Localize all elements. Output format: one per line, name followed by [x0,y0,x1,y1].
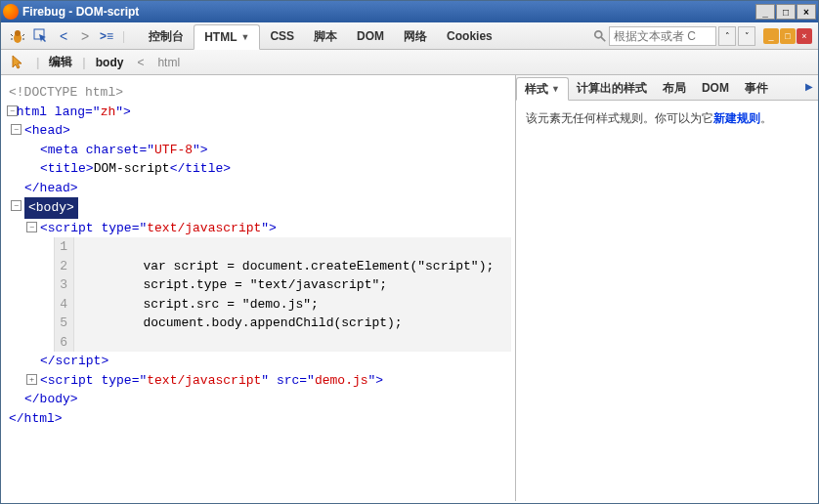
code-text [74,333,82,353]
play-icon[interactable]: ▶ [802,79,816,93]
no-rules-suffix: 。 [760,111,772,125]
tag-name: /head [32,181,70,195]
html-tree-panel[interactable]: <!DOCTYPE html> − <html lang="zh"> − <he… [1,75,515,501]
head-node[interactable]: − <head> <meta charset="UTF-8"> <title>D… [9,121,511,197]
search-next-button[interactable]: ˅ [738,26,755,46]
attr-value: zh [101,105,116,119]
code-line[interactable]: 1 [55,237,511,257]
tag-name: html [17,105,47,119]
code-text: var script = document.createElement("scr… [74,257,494,276]
code-line[interactable]: 6 [55,333,511,353]
line-number: 5 [55,314,74,333]
html-node[interactable]: − <html lang="zh"> − <head> <meta charse… [5,103,511,429]
title-node[interactable]: <title>DOM-script</title> [24,159,511,179]
edit-button[interactable]: 编辑 [45,52,76,72]
tag-name: title [48,161,86,176]
breadcrumb-html[interactable]: html [153,54,184,71]
tab-console[interactable]: 控制台 [139,23,194,49]
chevron-down-icon: ▼ [240,32,249,42]
text-content: DOM-script [94,161,170,176]
attr-value: demo.js [315,373,368,388]
tab-script[interactable]: 脚本 [304,23,347,49]
forward-button[interactable]: > [75,26,95,46]
tab-dom[interactable]: DOM [347,23,394,49]
svg-point-1 [15,30,21,36]
tag-name: /script [48,354,102,368]
svg-line-3 [22,34,24,36]
code-line[interactable]: 5 document.body.appendChild(script); [55,314,511,333]
expand-icon[interactable]: + [26,374,37,385]
tab-side-dom[interactable]: DOM [694,76,737,100]
tag-name: title [185,161,223,176]
code-line[interactable]: 2 var script = document.createElement("s… [55,257,511,276]
attr-value: UTF-8 [154,143,193,157]
line-number: 4 [55,295,74,315]
search-icon [593,29,607,43]
code-text: script.src = "demo.js"; [74,295,319,315]
tab-html[interactable]: HTML ▼ [194,24,260,50]
side-panel: 样式 ▼ 计算出的样式 布局 DOM 事件 ▶ 该元素无任何样式规则。你可以为它… [515,75,818,501]
code-line[interactable]: 4 script.src = "demo.js"; [55,295,511,315]
collapse-icon[interactable]: − [11,124,22,135]
meta-node[interactable]: <meta charset="UTF-8"> [24,141,511,160]
selected-element[interactable]: <body> [24,197,78,219]
script-node-2[interactable]: + <script type="text/javascript" src="de… [24,371,511,391]
tab-style-label: 样式 [525,81,548,98]
separator: | [122,29,125,43]
line-number: 2 [55,257,74,276]
main-toolbar: < > >≡ | 控制台 HTML ▼ CSS 脚本 DOM 网络 Cookie… [1,22,818,50]
collapse-icon[interactable]: − [11,200,22,211]
main-tabs: 控制台 HTML ▼ CSS 脚本 DOM 网络 Cookies [139,22,502,49]
style-panel-body: 该元素无任何样式规则。你可以为它新建规则。 [516,101,818,137]
attr-name: src [277,373,299,388]
svg-point-7 [595,30,602,37]
tab-css[interactable]: CSS [260,23,304,49]
search-input[interactable] [609,26,716,46]
svg-line-8 [601,36,605,40]
tab-computed[interactable]: 计算出的样式 [569,76,655,100]
panel-close-button[interactable]: × [797,28,812,44]
html-subbar: | 编辑 | body < html [1,50,818,75]
attr-name: charset [86,143,140,157]
window-minimize-button[interactable]: _ [755,4,775,20]
breadcrumb-sep: < [133,54,148,71]
firefox-icon [3,4,19,20]
code-block: 1 2 var script = document.createElement(… [54,237,511,352]
script-node[interactable]: − <script type="text/javascript"> 1 2 va… [24,219,511,371]
attr-name: type [101,373,131,388]
doctype-node[interactable]: <!DOCTYPE html> [5,83,511,103]
code-text: document.body.appendChild(script); [74,314,403,333]
firebug-menu-button[interactable] [7,26,28,46]
code-line[interactable]: 3 script.type = "text/javascript"; [55,275,511,295]
doctype-text: <!DOCTYPE html> [9,85,123,100]
search-prev-button[interactable]: ˄ [718,26,736,46]
no-rules-text: 该元素无任何样式规则。你可以为它 [526,111,713,125]
tag-name: /body [32,392,70,406]
new-rule-link[interactable]: 新建规则 [713,111,760,125]
breadcrumb-body[interactable]: body [92,54,128,71]
tab-layout[interactable]: 布局 [655,76,694,100]
collapse-icon[interactable]: − [7,105,18,116]
tab-net[interactable]: 网络 [394,23,437,49]
svg-line-2 [11,34,13,36]
body-node[interactable]: − <body> − <script type="text/javascript… [9,197,511,409]
code-text: script.type = "text/javascript"; [74,275,387,295]
inspect-button[interactable] [30,26,52,46]
tab-cookies[interactable]: Cookies [437,23,502,49]
pointer-icon[interactable] [7,53,30,72]
collapse-icon[interactable]: − [26,222,37,232]
attr-name: type [101,221,131,235]
tag-name: script [48,373,94,388]
window-title: Firebug - DOM-script [22,5,755,19]
attr-name: lang [55,105,85,119]
tab-style[interactable]: 样式 ▼ [516,77,569,101]
tag-name: script [48,221,94,235]
panel-popup-button[interactable]: □ [780,28,796,44]
window-maximize-button[interactable]: □ [776,4,796,20]
back-button[interactable]: < [54,26,73,46]
window-close-button[interactable]: × [797,4,816,20]
tab-events[interactable]: 事件 [737,76,776,100]
panel-minimize-button[interactable]: _ [763,28,779,44]
command-line-button[interactable]: >≡ [97,26,116,46]
tag-name: body [36,200,66,215]
